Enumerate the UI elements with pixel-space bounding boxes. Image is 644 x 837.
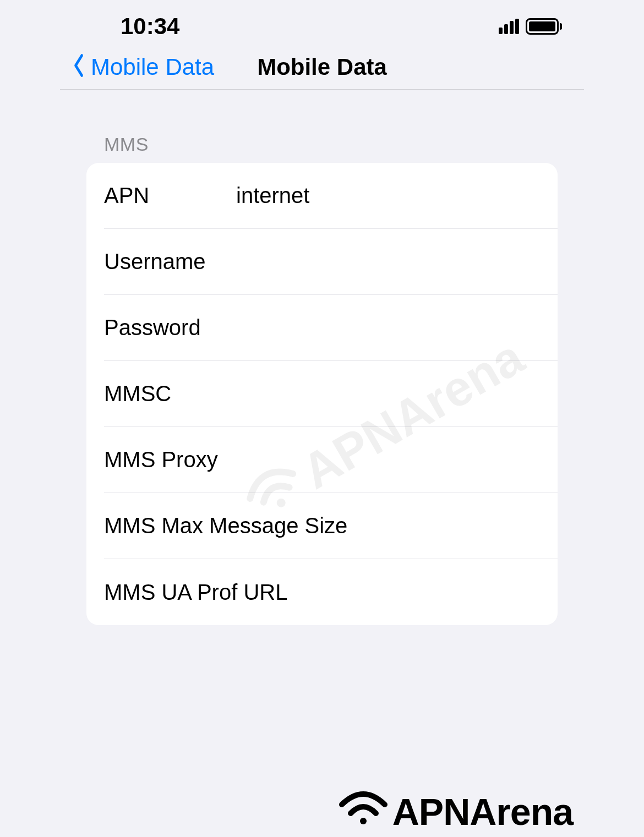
watermark-text: APNArena (392, 790, 573, 833)
svg-point-1 (360, 818, 367, 824)
mms-max-size-label: MMS Max Message Size (104, 513, 347, 538)
mms-ua-prof-label: MMS UA Prof URL (104, 580, 287, 605)
apn-value[interactable]: internet (236, 183, 540, 208)
settings-group-mms: APN internet Username Password MMSC (86, 163, 558, 625)
back-label: Mobile Data (91, 54, 214, 80)
back-button[interactable]: Mobile Data (71, 52, 214, 83)
username-row[interactable]: Username (86, 229, 558, 295)
status-bar: 10:34 (60, 0, 584, 51)
page-title: Mobile Data (257, 54, 387, 80)
mms-ua-prof-row[interactable]: MMS UA Prof URL (86, 559, 558, 625)
status-time: 10:34 (121, 13, 179, 40)
signal-icon (499, 19, 519, 34)
battery-icon (526, 18, 562, 35)
password-label: Password (104, 315, 236, 340)
wifi-icon (339, 788, 388, 835)
mmsc-row[interactable]: MMSC (86, 361, 558, 427)
mms-proxy-label: MMS Proxy (104, 447, 218, 472)
chevron-left-icon (73, 52, 84, 83)
apn-row[interactable]: APN internet (86, 163, 558, 229)
apn-label: APN (104, 183, 236, 208)
status-indicators (499, 18, 562, 35)
mms-proxy-row[interactable]: MMS Proxy (86, 427, 558, 493)
watermark-bottom: APNArena (339, 788, 573, 835)
mms-max-size-row[interactable]: MMS Max Message Size (86, 493, 558, 559)
password-row[interactable]: Password (86, 295, 558, 361)
section-header-mms: MMS (86, 134, 558, 163)
navigation-bar: Mobile Data Mobile Data (60, 51, 584, 90)
mmsc-label: MMSC (104, 381, 236, 406)
username-label: Username (104, 249, 236, 274)
